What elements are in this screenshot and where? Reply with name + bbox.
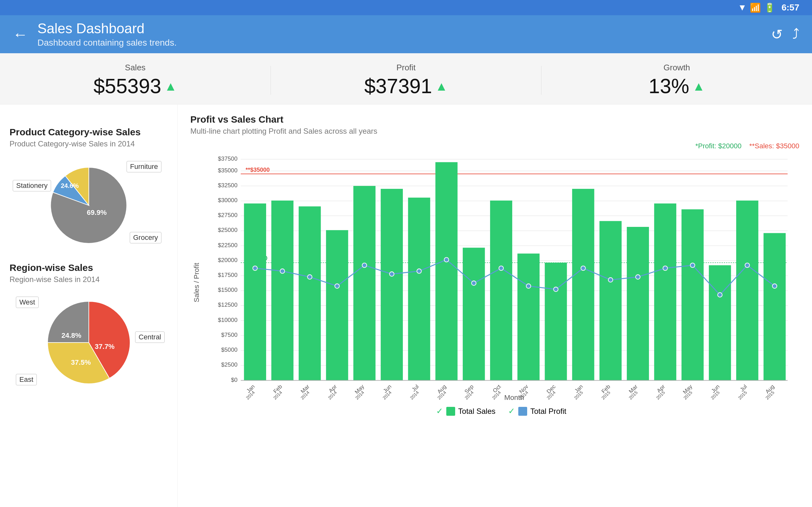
svg-text:$27500: $27500 (218, 212, 238, 218)
legend-total-profit: ✓ Total Profit (508, 406, 566, 416)
profit-sales-chart-subtitle: Multi-line chart plotting Profit and Sal… (190, 127, 799, 135)
share-button[interactable]: ⤴ (792, 26, 799, 43)
status-bar: ▼ 📶 🔋 6:57 (0, 0, 812, 15)
svg-text:2014: 2014 (491, 390, 502, 400)
legend-total-sales: ✓ Total Sales (436, 406, 496, 416)
bar-may2015 (681, 210, 704, 381)
svg-text:$35000: $35000 (218, 167, 238, 174)
app-title: Sales Dashboard (38, 20, 771, 37)
bar-apr2015 (654, 204, 676, 380)
svg-point-50 (499, 266, 503, 270)
bar-sep2014 (463, 248, 485, 381)
svg-point-45 (362, 263, 367, 268)
bar-may2014 (353, 186, 375, 381)
svg-point-42 (280, 269, 285, 273)
back-button[interactable]: ← (13, 26, 28, 43)
bar-jan2014 (244, 204, 266, 380)
kpi-sales: Sales $55393 ▲ (0, 63, 270, 98)
svg-text:$32500: $32500 (218, 182, 238, 188)
svg-point-53 (581, 266, 585, 270)
svg-point-41 (253, 266, 257, 270)
central-label: Central (135, 331, 165, 343)
svg-point-57 (690, 263, 695, 268)
wifi-icon: ▼ (738, 3, 747, 13)
svg-text:$10000: $10000 (218, 317, 238, 323)
product-chart-title: Product Category-wise Sales (9, 127, 168, 137)
bar-jan2015 (572, 189, 595, 381)
svg-point-43 (307, 275, 312, 279)
svg-text:$30000: $30000 (218, 197, 238, 204)
battery-icon: 🔋 (764, 3, 775, 13)
bar-apr2014 (326, 230, 348, 380)
bar-chart-wrapper: Sales / Profit (190, 153, 799, 412)
product-pie-chart: 69.9% 24.6% (41, 158, 136, 246)
svg-point-56 (663, 266, 667, 270)
region-pie-container: 24.8% 37.5% 37.7% West Central East (9, 290, 168, 392)
stationery-label: Stationery (13, 180, 51, 191)
check-sales-icon: ✓ (436, 406, 443, 416)
kpi-growth: Growth 13% ▲ (542, 63, 812, 98)
svg-text:37.5%: 37.5% (71, 358, 90, 366)
region-chart-subtitle: Region-wise Sales in 2014 (9, 275, 168, 284)
legend-profit-box (518, 407, 527, 416)
region-chart-title: Region-wise Sales (9, 262, 168, 273)
left-panel: Product Category-wise Sales Product Cate… (0, 105, 177, 507)
legend-profit-top: *Profit: $20000 (695, 142, 742, 150)
kpi-sales-label: Sales (0, 63, 270, 72)
svg-point-46 (390, 272, 394, 276)
chart-legend-top: *Profit: $20000 **Sales: $35000 (190, 142, 799, 150)
app-subtitle: Dashboard containing sales trends. (38, 38, 771, 48)
right-panel: Profit vs Sales Chart Multi-line chart p… (177, 105, 812, 507)
svg-text:$12500: $12500 (218, 301, 238, 308)
svg-text:$15000: $15000 (218, 286, 238, 293)
bar-aug2014 (436, 162, 458, 381)
kpi-profit: Profit $37391 ▲ (271, 63, 542, 98)
svg-text:$25000: $25000 (218, 227, 238, 233)
svg-text:2015: 2015 (737, 390, 748, 400)
svg-point-55 (636, 275, 640, 279)
app-bar: ← Sales Dashboard Dashboard containing s… (0, 15, 812, 53)
svg-text:$5000: $5000 (221, 346, 237, 353)
svg-text:$22500: $22500 (218, 242, 238, 248)
region-pie-chart: 24.8% 37.5% 37.7% (38, 293, 140, 389)
svg-text:Month: Month (504, 394, 524, 400)
svg-text:$0: $0 (231, 377, 238, 383)
bar-chart-svg: **$35000 *$20000 $0 $2500 $5000 $7500 $1… (203, 153, 799, 400)
furniture-label: Furniture (126, 161, 161, 172)
bar-jun2014 (380, 189, 403, 381)
product-pie-container: 69.9% 24.6% Furniture Stationery Grocery (9, 155, 168, 250)
profit-sales-chart-title: Profit vs Sales Chart (190, 114, 799, 125)
bar-nov2014 (517, 253, 540, 380)
svg-text:$2500: $2500 (221, 361, 237, 368)
svg-point-52 (554, 287, 558, 291)
svg-point-49 (472, 281, 476, 285)
legend-sales-box (446, 407, 455, 416)
kpi-profit-arrow: ▲ (435, 79, 448, 94)
check-profit-icon: ✓ (508, 406, 515, 416)
title-area: Sales Dashboard Dashboard containing sal… (38, 20, 771, 48)
grocery-label: Grocery (130, 232, 161, 243)
product-chart-subtitle: Product Category-wise Sales in 2014 (9, 139, 168, 148)
svg-text:**$35000: **$35000 (246, 166, 270, 173)
bar-jun2015 (709, 265, 731, 380)
svg-text:37.7%: 37.7% (95, 343, 114, 350)
kpi-profit-value: $37391 ▲ (271, 74, 542, 98)
reload-button[interactable]: ↺ (771, 26, 783, 43)
y-axis-label: Sales / Profit (190, 153, 203, 412)
kpi-profit-label: Profit (271, 63, 542, 72)
bar-feb2014 (271, 201, 293, 381)
svg-point-48 (444, 257, 449, 262)
svg-text:$37500: $37500 (218, 155, 238, 162)
main-content: Product Category-wise Sales Product Cate… (0, 105, 812, 507)
app-bar-actions: ↺ ⤴ (771, 26, 799, 43)
bar-mar2015 (627, 227, 649, 380)
kpi-sales-value: $55393 ▲ (0, 74, 270, 98)
bar-jul2014 (408, 198, 430, 381)
svg-text:2015: 2015 (655, 390, 666, 400)
svg-text:$7500: $7500 (221, 331, 237, 338)
kpi-growth-arrow: ▲ (693, 79, 705, 94)
kpi-row: Sales $55393 ▲ Profit $37391 ▲ Growth 13… (0, 53, 812, 105)
bar-aug2015 (763, 233, 786, 381)
svg-point-58 (718, 292, 722, 297)
kpi-sales-arrow: ▲ (164, 79, 177, 94)
